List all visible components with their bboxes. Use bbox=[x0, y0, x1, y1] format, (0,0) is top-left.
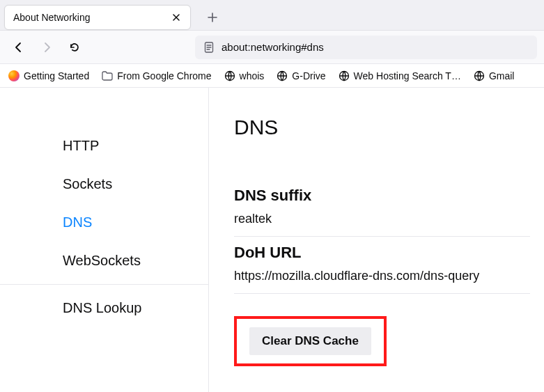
bookmark-getting-started[interactable]: Getting Started bbox=[8, 70, 89, 81]
reload-button[interactable] bbox=[63, 36, 86, 59]
url-bar[interactable]: about:networking#dns bbox=[195, 36, 537, 59]
sidebar-separator bbox=[0, 284, 208, 285]
dns-suffix-heading: DNS suffix bbox=[234, 187, 530, 205]
folder-icon bbox=[102, 70, 113, 81]
bookmark-whois[interactable]: whois bbox=[224, 70, 265, 81]
bookmark-gmail[interactable]: Gmail bbox=[474, 70, 515, 81]
main-panel: DNS DNS suffix realtek DoH URL https://m… bbox=[209, 88, 544, 392]
sidebar-item-label: DNS bbox=[63, 214, 92, 230]
tab-strip: About Networking bbox=[0, 0, 544, 31]
globe-icon bbox=[224, 70, 235, 81]
url-text: about:networking#dns bbox=[222, 41, 324, 53]
bookmark-g-drive[interactable]: G-Drive bbox=[277, 70, 325, 81]
doh-url-heading: DoH URL bbox=[234, 244, 530, 262]
firefox-icon bbox=[8, 70, 20, 81]
bookmark-label: Getting Started bbox=[24, 70, 89, 81]
browser-tab[interactable]: About Networking bbox=[4, 5, 191, 30]
sidebar-item-label: HTTP bbox=[63, 138, 99, 153]
annotation-highlight: Clear DNS Cache bbox=[234, 316, 387, 366]
divider bbox=[234, 293, 530, 294]
bookmark-label: whois bbox=[240, 70, 265, 81]
bookmark-label: Web Hosting Search T… bbox=[354, 70, 461, 81]
sidebar-item-label: WebSockets bbox=[63, 253, 141, 268]
globe-icon bbox=[474, 70, 485, 81]
bookmark-label: G-Drive bbox=[292, 70, 325, 81]
bookmark-label: From Google Chrome bbox=[117, 70, 211, 81]
dns-suffix-value: realtek bbox=[234, 209, 530, 232]
globe-icon bbox=[277, 70, 288, 81]
back-button[interactable] bbox=[7, 36, 31, 59]
globe-icon bbox=[339, 70, 350, 81]
sidebar-item-label: DNS Lookup bbox=[63, 300, 141, 315]
tab-title: About Networking bbox=[13, 12, 169, 23]
bookmark-label: Gmail bbox=[489, 70, 515, 81]
new-tab-button[interactable] bbox=[202, 7, 223, 28]
bookmarks-bar: Getting Started From Google Chrome whois… bbox=[0, 64, 544, 88]
content-area: HTTP Sockets DNS WebSockets DNS Lookup D… bbox=[0, 88, 544, 392]
sidebar-item-websockets[interactable]: WebSockets bbox=[0, 242, 208, 280]
bookmark-web-hosting-search[interactable]: Web Hosting Search T… bbox=[339, 70, 461, 81]
sidebar-item-dns[interactable]: DNS bbox=[0, 203, 208, 242]
clear-dns-cache-button[interactable]: Clear DNS Cache bbox=[249, 327, 371, 355]
sidebar-item-sockets[interactable]: Sockets bbox=[0, 165, 208, 203]
sidebar: HTTP Sockets DNS WebSockets DNS Lookup bbox=[0, 88, 209, 392]
page-title: DNS bbox=[234, 116, 530, 139]
sidebar-item-dns-lookup[interactable]: DNS Lookup bbox=[0, 289, 208, 327]
forward-button[interactable] bbox=[35, 36, 59, 59]
sidebar-item-http[interactable]: HTTP bbox=[0, 127, 208, 165]
sidebar-item-label: Sockets bbox=[63, 176, 112, 191]
toolbar: about:networking#dns bbox=[0, 31, 544, 64]
close-icon[interactable] bbox=[169, 10, 183, 24]
doh-url-value: https://mozilla.cloudflare-dns.com/dns-q… bbox=[234, 266, 530, 289]
page-identity-icon bbox=[203, 42, 215, 53]
divider bbox=[234, 236, 530, 237]
bookmark-from-google-chrome[interactable]: From Google Chrome bbox=[102, 70, 211, 81]
